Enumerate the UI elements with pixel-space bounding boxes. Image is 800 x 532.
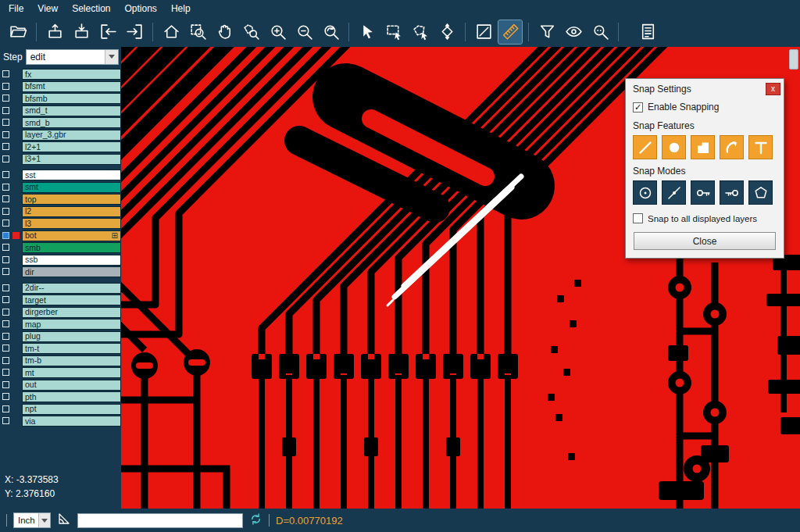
snap-feature-arc-button[interactable]	[720, 135, 744, 159]
eye-icon[interactable]	[562, 20, 585, 44]
layer-color-band[interactable]: out	[22, 380, 121, 391]
layer-visibility-checkbox[interactable]	[2, 107, 9, 114]
layer-visibility-checkbox[interactable]	[2, 220, 9, 227]
layer-color-band[interactable]: sst	[22, 170, 121, 180]
layer-row-l3+1[interactable]: l3+1	[0, 154, 121, 165]
pcb-canvas[interactable]: Snap Settings x ✓ Enable Snapping Snap F…	[121, 47, 800, 509]
import-down-icon[interactable]	[70, 20, 93, 44]
step-dropdown[interactable]: edit	[26, 49, 119, 65]
layer-color-band[interactable]: plug	[22, 331, 121, 342]
layer-row-mt[interactable]: mt	[0, 367, 121, 378]
menu-help[interactable]: Help	[164, 2, 198, 16]
layer-color-band[interactable]: smd_b	[22, 117, 121, 128]
layer-visibility-checkbox[interactable]	[2, 417, 9, 424]
zoom-polygon-icon[interactable]	[239, 20, 262, 44]
layer-visibility-checkbox[interactable]	[2, 320, 9, 327]
layer-row-l2+1[interactable]: l2+1	[0, 141, 121, 152]
layer-row-map[interactable]: map	[0, 319, 121, 330]
layer-color-band[interactable]: bfsmb	[22, 93, 121, 104]
layer-color-band[interactable]: dirgerber	[22, 307, 121, 318]
layer-row-target[interactable]: target	[0, 295, 121, 305]
grid-icon[interactable]: ⊞	[112, 232, 118, 240]
find-icon[interactable]	[588, 20, 612, 44]
layer-row-pth[interactable]: pth	[0, 391, 121, 402]
layer-color-band[interactable]: top	[22, 194, 121, 205]
layer-row-tm-b[interactable]: tm-b	[0, 355, 121, 366]
layer-row-tm-t[interactable]: tm-t	[0, 343, 121, 354]
layer-row-l3[interactable]: l3	[0, 218, 121, 229]
layer-color-band[interactable]: dir	[22, 266, 121, 277]
layer-color-band[interactable]: via	[22, 416, 121, 427]
snap-mode-key-alt-button[interactable]	[720, 180, 744, 205]
enable-snapping-checkbox[interactable]: ✓ Enable Snapping	[626, 98, 784, 114]
layer-row-bot[interactable]: bot⊞	[0, 230, 121, 241]
layer-row-l2[interactable]: l2	[0, 206, 121, 217]
layer-color-band[interactable]: pth	[22, 391, 121, 402]
layer-color-band[interactable]: l3+1	[22, 154, 121, 165]
layer-color-band[interactable]: smt	[22, 182, 121, 193]
layer-visibility-checkbox[interactable]	[2, 405, 9, 412]
chevron-down-icon[interactable]	[38, 513, 50, 527]
line-tool-icon[interactable]	[472, 20, 495, 44]
menu-options[interactable]: Options	[118, 2, 164, 16]
refresh-icon[interactable]	[249, 512, 262, 529]
layer-visibility-checkbox[interactable]	[2, 381, 9, 388]
select-rect-icon[interactable]	[382, 20, 405, 44]
layer-color-band[interactable]: map	[22, 319, 121, 330]
layer-row-2dir--[interactable]: 2dir--	[0, 283, 121, 294]
layer-color-band[interactable]: tm-b	[22, 355, 121, 366]
layer-row-layer_3.gbr[interactable]: layer_3.gbr	[0, 130, 121, 141]
layer-color-band[interactable]: l3	[22, 218, 121, 229]
layer-visibility-checkbox[interactable]	[2, 184, 9, 191]
layer-visibility-checkbox[interactable]	[2, 393, 9, 400]
layer-visibility-checkbox[interactable]	[2, 70, 9, 77]
layer-visibility-checkbox[interactable]	[2, 268, 9, 275]
layer-visibility-checkbox[interactable]	[2, 284, 9, 291]
zoom-out-icon[interactable]	[292, 20, 316, 44]
filter-icon[interactable]	[535, 20, 559, 44]
layer-color-band[interactable]: l2+1	[22, 141, 121, 152]
pan-icon[interactable]	[212, 20, 236, 44]
layer-row-out[interactable]: out	[0, 380, 121, 391]
layer-row-bfsmb[interactable]: bfsmb	[0, 93, 121, 104]
snap-feature-text-button[interactable]	[748, 135, 773, 159]
layer-row-top[interactable]: top	[0, 194, 121, 205]
scrollbar-thumb[interactable]	[789, 49, 798, 70]
layer-color-band[interactable]: l2	[22, 206, 121, 217]
layer-color-band[interactable]: ssb	[22, 255, 121, 266]
menu-file[interactable]: File	[2, 2, 30, 16]
zoom-window-icon[interactable]	[186, 20, 209, 44]
layer-row-via[interactable]: via	[0, 416, 121, 427]
layer-row-smb[interactable]: smb	[0, 242, 121, 253]
select-polygon-icon[interactable]	[409, 20, 432, 44]
layer-visibility-checkbox[interactable]	[2, 256, 9, 263]
layer-row-dir[interactable]: dir	[0, 266, 121, 277]
home-icon[interactable]	[159, 20, 183, 44]
open-folder-icon[interactable]	[6, 20, 30, 44]
layer-color-band[interactable]: smd_t	[22, 105, 121, 116]
close-icon[interactable]: x	[766, 83, 780, 95]
layer-visibility-checkbox[interactable]	[2, 119, 9, 126]
exit-left-icon[interactable]	[96, 20, 120, 44]
layer-visibility-checkbox[interactable]	[2, 357, 9, 364]
layer-row-smd_t[interactable]: smd_t	[0, 105, 121, 116]
layer-color-band[interactable]: bfsmt	[22, 81, 121, 92]
layer-visibility-checkbox[interactable]	[2, 83, 9, 90]
report-icon[interactable]	[636, 20, 659, 44]
layer-row-bfsmt[interactable]: bfsmt	[0, 81, 121, 92]
layer-visibility-checkbox[interactable]	[2, 345, 9, 352]
exit-right-icon[interactable]	[123, 20, 146, 44]
layer-visibility-checkbox[interactable]	[2, 232, 9, 239]
layer-visibility-checkbox[interactable]	[2, 296, 9, 303]
layer-row-plug[interactable]: plug	[0, 331, 121, 342]
snap-mode-outline-button[interactable]	[748, 180, 773, 205]
command-input[interactable]	[77, 513, 243, 528]
layer-visibility-checkbox[interactable]	[2, 333, 9, 340]
layer-color-band[interactable]: 2dir--	[22, 283, 121, 294]
snap-feature-line-button[interactable]	[633, 135, 657, 159]
zoom-reset-icon[interactable]	[319, 20, 342, 44]
layer-row-npt[interactable]: npt	[0, 404, 121, 415]
layer-visibility-checkbox[interactable]	[2, 131, 9, 138]
layer-color-band[interactable]: mt	[22, 367, 121, 378]
layer-visibility-checkbox[interactable]	[2, 143, 9, 150]
